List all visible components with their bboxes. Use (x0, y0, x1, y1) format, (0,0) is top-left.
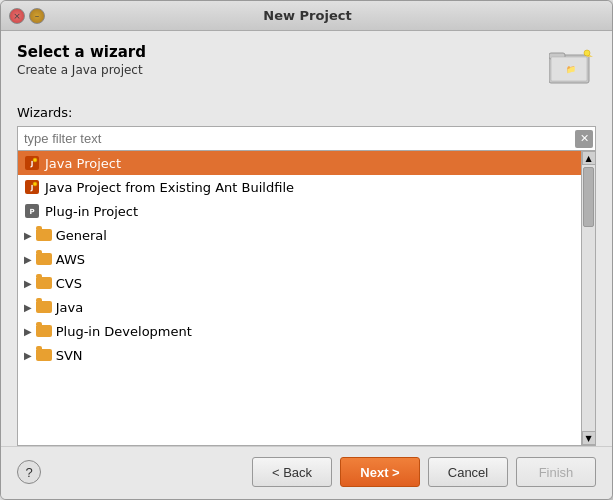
list-item[interactable]: ▶ Plug-in Development (18, 319, 581, 343)
list-item-label: Java (56, 300, 83, 315)
finish-button[interactable]: Finish (516, 457, 596, 487)
expand-icon: ▶ (24, 302, 32, 313)
wizard-folder-icon: 📁 (549, 49, 593, 87)
bottom-left: ? (17, 460, 41, 484)
filter-row: ✕ (17, 126, 596, 151)
plugin-icon: P (24, 203, 40, 219)
page-title: Select a wizard (17, 43, 146, 61)
back-button[interactable]: < Back (252, 457, 332, 487)
list-item[interactable]: J Java Project from Existing Ant Buildfi… (18, 175, 581, 199)
cancel-button[interactable]: Cancel (428, 457, 508, 487)
svg-text:J: J (30, 184, 34, 192)
folder-icon (36, 277, 52, 289)
svg-text:J: J (30, 160, 34, 168)
list-item-label: Plug-in Development (56, 324, 192, 339)
list-item[interactable]: ▶ General (18, 223, 581, 247)
list-item[interactable]: ▶ AWS (18, 247, 581, 271)
folder-icon (36, 229, 52, 241)
list-item-label: Plug-in Project (45, 204, 138, 219)
scroll-down-button[interactable]: ▼ (582, 431, 596, 445)
filter-input[interactable] (18, 127, 575, 150)
filter-clear-button[interactable]: ✕ (575, 130, 593, 148)
wizard-list[interactable]: J Java Project J Java (18, 151, 581, 445)
expand-icon: ▶ (24, 254, 32, 265)
list-item[interactable]: ▶ SVN (18, 343, 581, 367)
folder-icon (36, 325, 52, 337)
bottom-right: < Back Next > Cancel Finish (252, 457, 596, 487)
svg-point-4 (584, 50, 590, 56)
folder-icon (36, 253, 52, 265)
header-section: Select a wizard Create a Java project 📁 (17, 43, 596, 93)
list-item[interactable]: P Plug-in Project (18, 199, 581, 223)
svg-point-8 (33, 158, 37, 162)
new-project-window: × – New Project Select a wizard Create a… (0, 0, 613, 500)
list-item[interactable]: ▶ Java (18, 295, 581, 319)
java-ant-icon: J (24, 179, 40, 195)
help-button[interactable]: ? (17, 460, 41, 484)
list-item[interactable]: ▶ CVS (18, 271, 581, 295)
header-icon: 📁 (546, 43, 596, 93)
folder-icon (36, 301, 52, 313)
page-subtitle: Create a Java project (17, 63, 146, 77)
header-text: Select a wizard Create a Java project (17, 43, 146, 77)
scroll-thumb[interactable] (583, 167, 594, 227)
expand-icon: ▶ (24, 278, 32, 289)
expand-icon: ▶ (24, 230, 32, 241)
main-content: Select a wizard Create a Java project 📁 … (1, 31, 612, 446)
scrollbar[interactable]: ▲ ▼ (581, 151, 595, 445)
svg-text:P: P (29, 208, 34, 216)
expand-icon: ▶ (24, 350, 32, 361)
list-item-label: Java Project from Existing Ant Buildfile (45, 180, 294, 195)
list-item-label: General (56, 228, 107, 243)
svg-text:📁: 📁 (566, 64, 576, 74)
java-project-icon: J (24, 155, 40, 171)
scroll-up-button[interactable]: ▲ (582, 151, 596, 165)
scroll-track (582, 165, 595, 431)
list-item-label: SVN (56, 348, 83, 363)
svg-point-11 (33, 182, 37, 186)
next-button[interactable]: Next > (340, 457, 420, 487)
folder-icon (36, 349, 52, 361)
titlebar: × – New Project (1, 1, 612, 31)
list-item[interactable]: J Java Project (18, 151, 581, 175)
bottom-bar: ? < Back Next > Cancel Finish (1, 446, 612, 499)
window-title: New Project (11, 8, 604, 23)
list-item-label: Java Project (45, 156, 121, 171)
list-item-label: CVS (56, 276, 82, 291)
list-item-label: AWS (56, 252, 85, 267)
wizards-label: Wizards: (17, 105, 596, 120)
wizard-list-container: J Java Project J Java (17, 151, 596, 446)
expand-icon: ▶ (24, 326, 32, 337)
